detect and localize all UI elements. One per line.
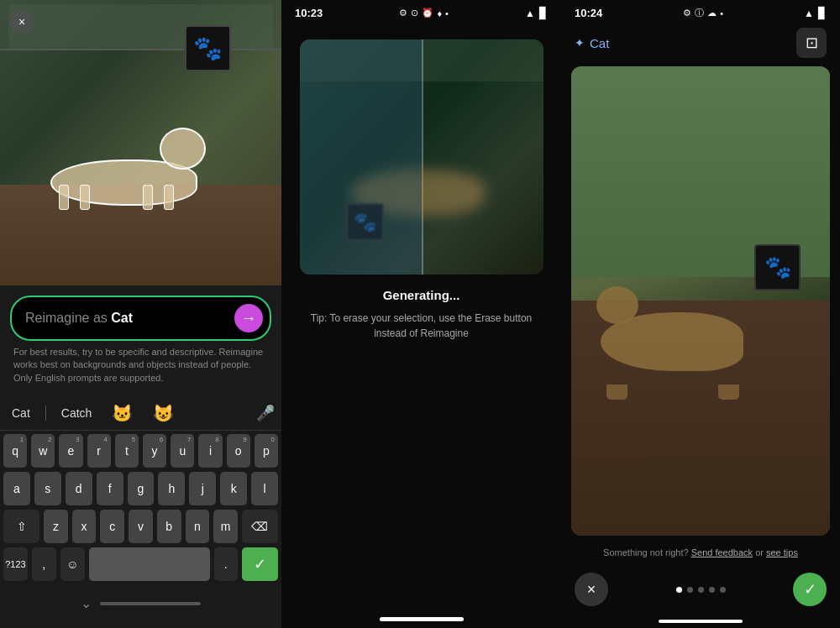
key-n[interactable]: n	[186, 510, 210, 543]
search-section: Reimagine as Cat → For best results, try…	[0, 285, 281, 396]
key-t[interactable]: 5t	[115, 434, 139, 468]
suggestion-cat[interactable]: Cat	[7, 405, 35, 421]
key-l[interactable]: l	[251, 472, 278, 505]
search-box[interactable]: Reimagine as Cat →	[10, 296, 271, 341]
right-cloud-icon: ☁	[707, 8, 717, 18]
confirm-key[interactable]: ✓	[242, 547, 278, 581]
cat-front-leg	[606, 385, 627, 400]
middle-time: 10:23	[295, 7, 323, 19]
wifi-icon: ▲	[525, 8, 535, 19]
compare-button[interactable]: ⊡	[796, 28, 827, 58]
keyboard-suggestions-row: Cat Catch 🐱 😺 🎤	[0, 396, 281, 431]
backspace-key[interactable]: ⌫	[242, 510, 278, 543]
chevron-down-icon[interactable]: ⌄	[81, 595, 92, 611]
key-v[interactable]: v	[129, 510, 153, 543]
generating-label: Generating...	[383, 288, 460, 302]
pagination-dots	[676, 587, 726, 593]
key-s[interactable]: s	[34, 472, 61, 505]
key-h[interactable]: h	[158, 472, 185, 505]
right-wifi-icon: ▲	[804, 8, 814, 19]
keyboard-bottom-bar: ⌄	[0, 589, 281, 618]
key-y[interactable]: 6y	[143, 434, 166, 468]
key-m[interactable]: m	[213, 510, 238, 543]
suggestion-divider	[45, 406, 46, 421]
key-o[interactable]: 9o	[227, 434, 250, 468]
key-x[interactable]: x	[72, 510, 97, 543]
split-line	[422, 39, 423, 275]
key-a[interactable]: a	[3, 472, 30, 505]
right-bottom-controls: × ✓	[561, 566, 840, 616]
suggestion-emoji2[interactable]: 😺	[148, 401, 179, 425]
close-button[interactable]: ×	[10, 10, 34, 34]
mic-icon[interactable]: 🎤	[256, 404, 275, 422]
middle-content: 🐾 Generating... Tip: To erase your selec…	[281, 23, 561, 610]
settings-icon: ⚙	[399, 8, 407, 18]
space-key[interactable]	[89, 547, 210, 581]
key-i[interactable]: 8i	[198, 434, 222, 468]
cancel-button[interactable]: ×	[575, 573, 608, 606]
right-settings-icon: ⚙	[683, 8, 691, 18]
shift-key[interactable]: ⇧	[3, 510, 39, 543]
circle-icon: ⊙	[411, 8, 418, 18]
photo-area: 🐾 ×	[0, 0, 281, 285]
key-z[interactable]: z	[44, 510, 68, 543]
key-u[interactable]: 7u	[171, 434, 194, 468]
comma-key[interactable]: ,	[32, 547, 56, 581]
send-feedback-link[interactable]: Send feedback	[691, 547, 753, 557]
photo-background: 🐾	[0, 0, 281, 285]
right-time: 10:24	[575, 7, 602, 19]
dog-leg2	[80, 185, 90, 210]
cancel-icon: ×	[587, 581, 596, 599]
key-c[interactable]: c	[100, 510, 124, 543]
key-j[interactable]: j	[189, 472, 216, 505]
key-r[interactable]: 4r	[87, 434, 111, 468]
dog-leg3	[143, 185, 153, 210]
gen-left-overlay	[300, 39, 422, 275]
middle-home-indicator	[380, 617, 464, 621]
right-status-bar: 10:24 ⚙ ⓘ ☁ • ▲ ▊	[561, 0, 840, 23]
cat-label-text: Cat	[590, 36, 609, 50]
dot-4	[709, 587, 715, 593]
search-prefix: Reimagine as	[25, 311, 111, 325]
right-dot-icon: •	[720, 8, 723, 18]
key-g[interactable]: g	[128, 472, 155, 505]
key-row-2: a s d f g h j k l	[3, 472, 278, 505]
key-q[interactable]: 1q	[3, 434, 27, 468]
right-status-icons: ⚙ ⓘ ☁ •	[683, 7, 723, 19]
key-b[interactable]: b	[157, 510, 181, 543]
feedback-or: or	[755, 547, 766, 557]
hint-text: For best results, try to be specific and…	[13, 347, 263, 383]
key-w[interactable]: 2w	[31, 434, 55, 468]
search-submit-button[interactable]: →	[234, 304, 263, 332]
compare-icon: ⊡	[806, 34, 818, 52]
paw-emoji-left: 🐾	[193, 34, 223, 62]
right-battery-icon: ▊	[818, 7, 827, 19]
dog-head	[160, 128, 206, 170]
window-frame	[0, 0, 281, 50]
key-row-1: 1q 2w 3e 4r 5t 6y 7u 8i 9o 0p	[3, 434, 278, 468]
confirm-button[interactable]: ✓	[793, 573, 827, 606]
key-f[interactable]: f	[97, 472, 123, 505]
search-input-display[interactable]: Reimagine as Cat	[25, 311, 228, 326]
cat-head	[596, 286, 638, 324]
key-p[interactable]: 0p	[255, 434, 278, 468]
key-rows: 1q 2w 3e 4r 5t 6y 7u 8i 9o 0p a s d f g …	[0, 431, 281, 589]
dot-icon: •	[445, 8, 449, 18]
dot-3	[698, 587, 704, 593]
confirm-icon: ✓	[804, 580, 816, 599]
see-tips-link[interactable]: see tips	[766, 547, 798, 557]
period-key[interactable]: .	[214, 547, 238, 581]
emoji-key[interactable]: ☺	[60, 547, 85, 581]
feedback-area: Something not right? Send feedback or se…	[561, 542, 840, 567]
dot-2	[687, 587, 693, 593]
suggestion-catch[interactable]: Catch	[56, 405, 97, 421]
right-panel: 10:24 ⚙ ⓘ ☁ • ▲ ▊ ✦ Cat ⊡ 🐾	[561, 0, 840, 628]
key-e[interactable]: 3e	[59, 434, 82, 468]
key-d[interactable]: d	[66, 472, 92, 505]
home-indicator	[100, 602, 201, 605]
suggestion-emoji1[interactable]: 🐱	[107, 401, 138, 425]
gen-image-background: 🐾	[300, 39, 543, 275]
right-home-indicator	[659, 620, 743, 623]
key-k[interactable]: k	[220, 472, 247, 505]
numbers-toggle-key[interactable]: ?123	[3, 547, 28, 581]
